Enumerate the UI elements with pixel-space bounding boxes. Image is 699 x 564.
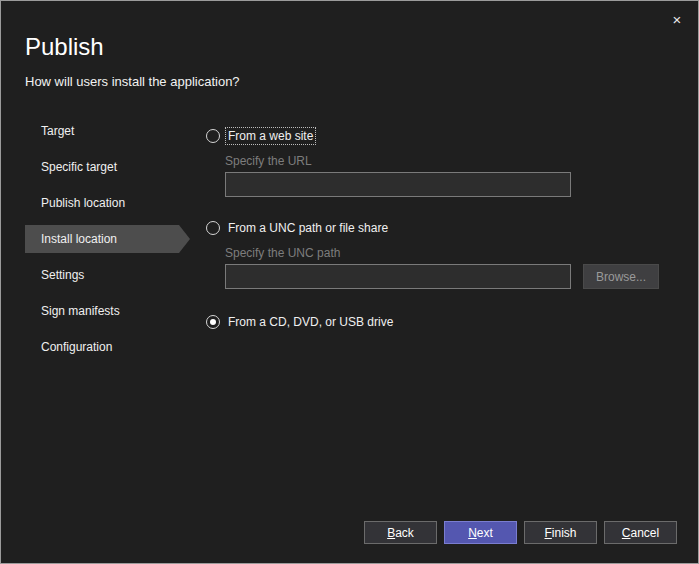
- radio-row-web-site[interactable]: From a web site: [206, 127, 676, 145]
- next-button[interactable]: Next: [444, 521, 517, 544]
- page-subtitle: How will users install the application?: [25, 74, 240, 89]
- url-input[interactable]: [225, 172, 571, 197]
- unc-input[interactable]: [225, 264, 571, 289]
- footer-buttons: Back Next Finish Cancel: [364, 521, 677, 544]
- finish-button[interactable]: Finish: [524, 521, 597, 544]
- publish-dialog: × Publish How will users install the app…: [0, 0, 699, 564]
- back-button[interactable]: Back: [364, 521, 437, 544]
- radio-label-web-site[interactable]: From a web site: [226, 128, 315, 144]
- sidebar-item-install-location[interactable]: Install location: [25, 225, 179, 253]
- radio-row-unc-path[interactable]: From a UNC path or file share: [206, 219, 676, 237]
- cancel-button[interactable]: Cancel: [604, 521, 677, 544]
- radio-unc-path[interactable]: [206, 221, 220, 235]
- sidebar-item-target[interactable]: Target: [25, 117, 175, 145]
- url-field-label: Specify the URL: [225, 154, 676, 168]
- browse-button[interactable]: Browse...: [583, 264, 659, 289]
- radio-cd-dvd-usb[interactable]: [206, 315, 220, 329]
- radio-label-unc-path[interactable]: From a UNC path or file share: [226, 220, 390, 236]
- close-icon[interactable]: ×: [666, 9, 688, 31]
- page-title: Publish: [25, 33, 104, 61]
- sidebar-item-publish-location[interactable]: Publish location: [25, 189, 175, 217]
- sidebar-item-specific-target[interactable]: Specific target: [25, 153, 175, 181]
- sidebar-item-settings[interactable]: Settings: [25, 261, 175, 289]
- install-location-panel: From a web site Specify the URL From a U…: [206, 127, 676, 331]
- radio-label-cd-dvd-usb[interactable]: From a CD, DVD, or USB drive: [226, 314, 395, 330]
- sidebar-item-configuration[interactable]: Configuration: [25, 333, 175, 361]
- wizard-steps-sidebar: Target Specific target Publish location …: [25, 117, 175, 369]
- sidebar-item-sign-manifests[interactable]: Sign manifests: [25, 297, 175, 325]
- radio-web-site[interactable]: [206, 129, 220, 143]
- radio-row-cd-dvd-usb[interactable]: From a CD, DVD, or USB drive: [206, 313, 676, 331]
- unc-field-label: Specify the UNC path: [225, 246, 676, 260]
